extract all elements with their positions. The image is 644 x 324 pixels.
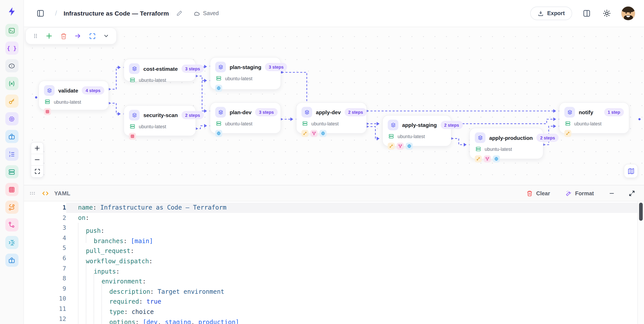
sidebar-item-list-ordered-icon[interactable]: 12 (5, 148, 18, 161)
zoom-in-button[interactable] (31, 143, 43, 154)
node-title: apply-staging (402, 122, 437, 128)
workflow-node-apply-dev[interactable]: apply-dev 2 steps ubuntu-latest (296, 102, 367, 134)
sidebar-item-route-icon[interactable] (5, 201, 18, 214)
workflow-node-apply-staging[interactable]: apply-staging 2 steps ubuntu-latest (382, 115, 452, 146)
code-line-8[interactable]: 8environment: (24, 273, 644, 283)
steps-badge: 3 steps (255, 108, 278, 116)
sidebar-item-key-icon[interactable] (5, 95, 18, 108)
sidebar-item-git-branch-icon[interactable] (5, 218, 18, 231)
yaml-code-editor[interactable]: 1name: Infrastructure as Code — Terrafor… (24, 201, 644, 324)
add-node-button[interactable] (45, 32, 54, 40)
grip-icon[interactable] (32, 33, 39, 40)
globe-icon (215, 85, 222, 92)
sidebar-item-gear-icon[interactable] (5, 112, 18, 125)
workflow-node-plan-staging[interactable]: plan-staging 3 steps ubuntu-latest (210, 57, 281, 90)
variable-icon (8, 80, 15, 87)
code-line-6[interactable]: 6workflow_dispatch: (24, 253, 644, 263)
minimap-toggle-button[interactable] (624, 164, 638, 178)
workflow-node-validate[interactable]: validate 4 steps ubuntu-latest (38, 81, 109, 110)
fit-view-icon (34, 169, 40, 174)
runner-label: ubuntu-latest (398, 134, 425, 139)
edge-plan-staging-to-apply-dev (280, 71, 307, 102)
download-icon (538, 10, 544, 17)
runner-label: ubuntu-latest (139, 124, 166, 129)
save-status-label: Saved (203, 10, 219, 17)
steps-badge: 2 steps (536, 134, 559, 142)
route-icon (8, 204, 15, 211)
branch-icon (564, 130, 571, 137)
sidebar-item-briefcase-icon[interactable] (5, 254, 18, 267)
node-title: security-scan (143, 112, 178, 118)
editor-scrollbar (638, 201, 644, 324)
fit-selection-button[interactable] (88, 32, 96, 40)
grip-icon[interactable] (28, 189, 37, 197)
branch-icon (388, 143, 395, 150)
sidebar-item-braces-icon[interactable]: { } (5, 42, 18, 55)
edge-apply-staging-to-notify (450, 118, 561, 125)
sidebar-item-text-cursor-icon[interactable] (5, 236, 18, 249)
globe-icon (215, 130, 222, 137)
user-avatar[interactable] (622, 7, 635, 20)
workflow-node-notify[interactable]: notify 1 step ubuntu-latest (559, 102, 629, 134)
expand-panel-button[interactable] (627, 189, 636, 198)
sidebar-item-grid-icon[interactable] (5, 183, 18, 196)
node-title: plan-staging (230, 64, 261, 70)
steps-badge: 1 step (604, 108, 624, 116)
panel-left-icon[interactable] (35, 8, 46, 19)
node-title: cost-estimate (143, 66, 178, 72)
steps-badge: 2 steps (440, 121, 463, 129)
workflow-canvas[interactable]: validate 4 steps ubuntu-latest cost-esti… (24, 27, 644, 185)
zoom-out-button[interactable] (31, 154, 43, 166)
line-number: 3 (24, 223, 66, 233)
format-button[interactable]: Format (563, 190, 596, 197)
run-button[interactable] (74, 32, 82, 40)
server-icon (8, 168, 15, 175)
sidebar-item-variable-icon[interactable] (5, 77, 18, 90)
node-title: apply-dev (316, 109, 341, 115)
code-line-1[interactable]: 1name: Infrastructure as Code — Terrafor… (24, 203, 644, 213)
line-number: 12 (24, 314, 66, 324)
code-line-12[interactable]: 12options: [dev, staging, production] (24, 314, 644, 324)
sidebar-item-server-icon[interactable] (5, 165, 18, 178)
code-line-11[interactable]: 11type: choice (24, 304, 644, 314)
clear-button[interactable]: Clear (524, 190, 552, 197)
workflow-node-cost-estimate[interactable]: cost-estimate 3 steps ubuntu-latest (124, 59, 196, 81)
edge-security-scan-to-plan-dev (195, 124, 212, 130)
line-number: 6 (24, 253, 66, 263)
line-number: 9 (24, 283, 66, 293)
globe-icon (406, 143, 413, 150)
workflow-node-apply-production[interactable]: apply-production 2 steps ubuntu-latest (470, 128, 544, 159)
fit-view-button[interactable] (31, 166, 43, 177)
chevron-down-icon[interactable] (102, 32, 110, 40)
minimize-panel-button[interactable] (607, 189, 616, 198)
sun-icon[interactable] (601, 8, 612, 19)
list-ordered-icon: 12 (8, 151, 15, 158)
pencil-icon[interactable] (174, 9, 184, 18)
sidebar-item-briefcase-icon[interactable] (5, 130, 18, 143)
delete-button[interactable] (59, 32, 68, 40)
code-line-3[interactable]: 3push: (24, 223, 644, 233)
layers-icon (129, 63, 140, 74)
circle-dot-icon (8, 62, 15, 69)
code-line-2[interactable]: 2on: (24, 213, 644, 223)
code-line-7[interactable]: 7inputs: (24, 263, 644, 273)
runner-label: ubuntu-latest (311, 121, 339, 126)
sidebar-item-circle-dot-icon[interactable] (5, 59, 18, 72)
columns-icon[interactable] (581, 8, 592, 19)
sidebar-item-terminal-icon[interactable] (5, 24, 18, 37)
save-status: Saved (193, 10, 219, 17)
code-line-5[interactable]: 5pull_request: (24, 243, 644, 253)
key-icon (8, 98, 15, 105)
scrollbar-thumb[interactable] (639, 203, 643, 221)
export-button[interactable]: Export (530, 7, 572, 20)
workflow-node-security-scan[interactable]: security-scan 2 steps ubuntu-latest (124, 105, 196, 136)
grid-icon (8, 186, 15, 193)
code-line-10[interactable]: 10required: true (24, 293, 644, 304)
svg-text:2: 2 (9, 154, 10, 157)
code-line-4[interactable]: 4branches: [main] (24, 233, 644, 243)
code-line-9[interactable]: 9description: Target environment (24, 283, 644, 293)
workflow-node-plan-dev[interactable]: plan-dev 3 steps ubuntu-latest (210, 102, 281, 134)
minus-icon (609, 190, 615, 196)
zoom-controls (31, 142, 44, 178)
server-icon (302, 121, 308, 127)
